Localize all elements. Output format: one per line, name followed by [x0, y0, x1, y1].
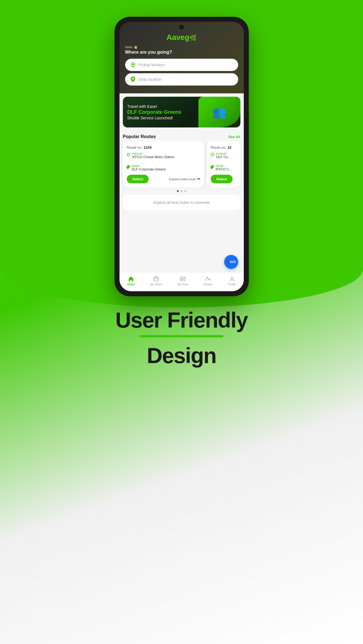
sos-icon: 📞 — [226, 261, 230, 264]
pickup-value-1: IFFCO Chowk Metro Station — [132, 155, 175, 159]
footer-text: User Friendly Design — [115, 307, 248, 368]
route-actions-2: Select — [211, 175, 236, 183]
drop-point-1: DROP DLF Corporate Greens — [127, 165, 200, 171]
drop-dot-icon — [126, 165, 130, 169]
nav-profile[interactable]: Profile — [228, 276, 236, 286]
routes-icon — [205, 276, 211, 282]
sos-label: SOS — [230, 261, 236, 264]
my-rides-nav-label: My Rides — [150, 283, 162, 286]
drop-value-2: IFFCO C... — [216, 167, 232, 171]
route-actions-1: Select Explore entire route 🗺 — [127, 175, 200, 183]
routes-container: Route no. 1234 PICKUP IFFCO Chowk Metro … — [120, 141, 244, 187]
where-heading: Where are you going? — [125, 50, 238, 55]
route-card-2: Route no. 12 PICKUP DLF Co... — [207, 141, 240, 187]
green-underline-decoration — [139, 335, 223, 337]
drop-value-1: DLF Corporate Greens — [132, 167, 166, 171]
pickup-input[interactable]: Pickup location — [125, 59, 238, 71]
design-text: Design — [115, 343, 248, 368]
app-content: Aaveg🌿 Hello 👋 Where are you going? — [120, 22, 244, 291]
home-nav-label: Home — [127, 283, 135, 286]
route-card-1: Route no. 1234 PICKUP IFFCO Chowk Metro … — [123, 141, 204, 187]
nav-routes[interactable]: Routes — [204, 276, 213, 286]
drop-point-2: DROP IFFCO C... — [211, 165, 236, 171]
route-number-2: Route no. 12 — [211, 145, 236, 150]
route-number-value-1: 1234 — [144, 145, 152, 150]
pickup-label-1: PICKUP — [132, 152, 175, 155]
nav-home[interactable]: Home — [127, 276, 135, 286]
drop-location-icon — [130, 77, 136, 82]
nav-my-pass[interactable]: My Pass — [177, 276, 188, 286]
banner-subtitle: Shuttle Service Launched! — [127, 116, 236, 120]
logo-leaf-icon: 🌿 — [189, 34, 197, 42]
route-number-1: Route no. 1234 — [127, 145, 200, 150]
dot-2 — [181, 190, 182, 192]
popular-routes-title: Popular Routes — [123, 134, 156, 139]
pickup-location-icon — [130, 62, 136, 68]
sos-button[interactable]: 📞 SOS — [224, 255, 238, 269]
drop-info-1: DROP DLF Corporate Greens — [132, 165, 166, 171]
my-rides-icon — [153, 276, 160, 282]
svg-point-3 — [132, 78, 134, 80]
routes-nav-label: Routes — [204, 283, 213, 286]
dot-1 — [177, 190, 179, 192]
logo-text: Aaveg — [166, 33, 189, 42]
see-all-link[interactable]: See All — [228, 135, 240, 139]
explore-text: Explore all best routes to commute — [153, 200, 209, 205]
route-connector-line — [128, 161, 128, 164]
pickup-info-1: PICKUP IFFCO Chowk Metro Station — [132, 152, 175, 159]
drop-dot-icon-2 — [210, 165, 214, 169]
pickup-point-2: PICKUP DLF Co... — [211, 152, 236, 159]
promo-banner[interactable]: Travel with Ease! DLF Corporate Greens S… — [123, 97, 240, 127]
route-number-value-2: 12 — [228, 145, 231, 150]
drop-label-1: DROP — [132, 165, 166, 167]
app-logo: Aaveg🌿 — [125, 33, 238, 42]
banner-text-content: Travel with Ease! DLF Corporate Greens S… — [127, 104, 236, 120]
svg-point-10 — [231, 277, 233, 279]
volume-button — [249, 95, 249, 112]
bottom-navigation: Home My Rides — [120, 272, 244, 291]
drop-input[interactable]: Drop location — [125, 73, 238, 86]
camera-notch — [179, 25, 184, 30]
power-button — [249, 73, 249, 89]
explore-link-text: Explore entire route — [169, 177, 196, 181]
pickup-point-1: PICKUP IFFCO Chowk Metro Station — [127, 152, 200, 159]
explore-route-link[interactable]: Explore entire route 🗺 — [169, 177, 200, 181]
pickup-info-2: PICKUP DLF Co... — [216, 152, 231, 159]
drop-info-2: DROP IFFCO C... — [216, 165, 232, 171]
my-pass-icon — [179, 276, 186, 282]
pickup-label-2: PICKUP — [216, 152, 231, 155]
select-button-1[interactable]: Select — [127, 175, 149, 183]
hello-greeting: Hello 👋 — [125, 45, 238, 49]
phone-mockup: Aaveg🌿 Hello 👋 Where are you going? — [114, 17, 249, 296]
banner-title: DLF Corporate Greens — [127, 109, 236, 115]
header-content: Aaveg🌿 Hello 👋 Where are you going? — [125, 33, 238, 86]
phone-screen: Aaveg🌿 Hello 👋 Where are you going? — [120, 22, 244, 291]
pickup-placeholder: Pickup location — [139, 63, 165, 67]
my-pass-nav-label: My Pass — [177, 283, 188, 286]
nav-my-rides[interactable]: My Rides — [150, 276, 162, 286]
map-icon: 🗺 — [197, 177, 200, 181]
drop-label-2: DROP — [216, 165, 232, 167]
pagination-dots — [120, 190, 244, 192]
dot-3 — [184, 190, 186, 192]
pickup-dot-icon — [127, 153, 130, 156]
route-connector-line-2 — [212, 161, 212, 164]
profile-icon — [229, 276, 235, 282]
pickup-dot-icon-2 — [211, 153, 214, 156]
pickup-value-2: DLF Co... — [216, 155, 231, 159]
drop-placeholder: Drop location — [139, 77, 162, 82]
profile-nav-label: Profile — [228, 283, 236, 286]
section-header-routes: Popular Routes See All — [120, 131, 244, 141]
svg-rect-4 — [154, 278, 159, 281]
app-header: Aaveg🌿 Hello 👋 Where are you going? — [120, 22, 244, 93]
phone-body: Aaveg🌿 Hello 👋 Where are you going? — [114, 17, 249, 296]
banner-travel-text: Travel with Ease! — [127, 104, 236, 109]
explore-section: Explore all best routes to commute — [123, 195, 240, 210]
svg-point-1 — [132, 64, 134, 65]
select-button-2[interactable]: Select — [211, 175, 233, 183]
home-icon — [128, 276, 134, 282]
svg-point-7 — [181, 278, 183, 280]
user-friendly-text: User Friendly — [115, 307, 248, 333]
